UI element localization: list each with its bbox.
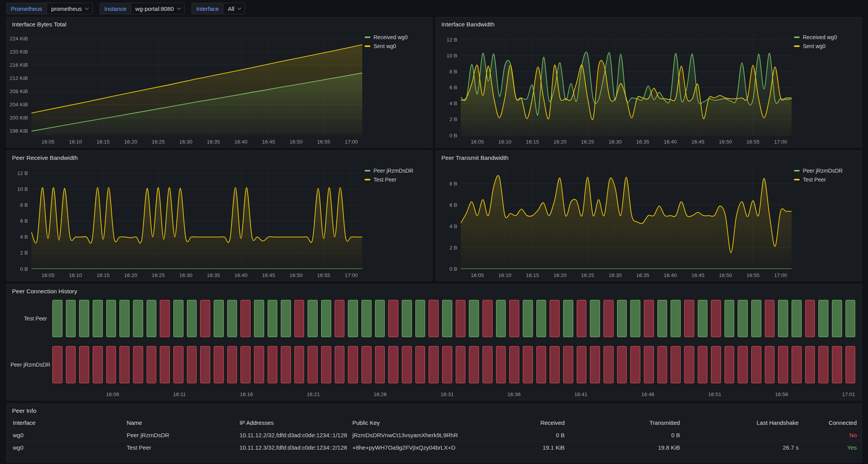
status-bar (482, 346, 493, 383)
table-cell: wg0 (7, 429, 122, 441)
status-bar (523, 300, 533, 337)
column-header[interactable]: Public Key (348, 417, 460, 429)
status-bar (563, 300, 573, 337)
svg-text:16:45: 16:45 (262, 139, 275, 145)
panel-title[interactable]: Peer Info (12, 407, 36, 414)
column-header[interactable]: IP Addresses (235, 417, 348, 429)
svg-text:16:10: 16:10 (69, 272, 82, 278)
panel-title[interactable]: Interface Bytes Total (12, 21, 66, 28)
panel-title[interactable]: Peer Receive Bandwidth (12, 154, 78, 161)
legend-item[interactable]: Received wg0 (794, 34, 859, 40)
svg-text:0 B: 0 B (20, 266, 28, 272)
status-lane (52, 300, 855, 337)
status-bar (254, 346, 264, 383)
svg-text:8 B: 8 B (450, 181, 457, 187)
svg-text:17:00: 17:00 (774, 139, 787, 145)
legend-series-label: Peer jRzmDsDR (373, 168, 413, 174)
status-bar (778, 300, 788, 337)
legend-item[interactable]: Sent wg0 (794, 43, 859, 49)
x-tick-label: 16:41 (574, 391, 588, 397)
status-bar (509, 346, 519, 383)
svg-text:16:25: 16:25 (581, 272, 594, 278)
status-bar (698, 300, 708, 337)
status-bar (456, 346, 466, 383)
variable-dropdown-prometheus[interactable]: prometheus (47, 3, 93, 14)
chart-canvas: 0 B2 B4 B6 B8 B10 B12 B16:0516:1016:1516… (438, 29, 794, 146)
svg-text:16:05: 16:05 (41, 139, 55, 145)
legend-series-label: Peer jRzmDsDR (803, 168, 843, 174)
column-header[interactable]: Received (460, 417, 569, 429)
status-bar (160, 346, 170, 383)
status-bar (227, 300, 237, 337)
svg-text:16:50: 16:50 (290, 139, 303, 145)
legend-item[interactable]: Test Peer (794, 177, 859, 183)
status-bar (751, 300, 761, 337)
svg-text:16:25: 16:25 (152, 272, 165, 278)
svg-text:16:50: 16:50 (719, 272, 732, 278)
svg-text:16:50: 16:50 (290, 272, 303, 278)
status-bar (738, 346, 748, 383)
peer-info-table: InterfaceNameIP AddressesPublic KeyRecei… (7, 417, 861, 454)
legend-item[interactable]: Peer jRzmDsDR (794, 168, 859, 174)
svg-text:16:30: 16:30 (609, 139, 622, 145)
svg-text:17:00: 17:00 (345, 139, 358, 145)
svg-text:16:40: 16:40 (234, 139, 247, 145)
time-series-chart[interactable]: 0 B2 B4 B6 B8 B10 B12 B16:0516:1016:1516… (9, 162, 365, 280)
table-row: wg0Test Peer10.11.12.3/32,fdfd:d3ad:c0de… (7, 441, 861, 454)
panel-title[interactable]: Interface Bandwidth (441, 21, 495, 28)
svg-text:16:20: 16:20 (553, 272, 567, 278)
status-history-chart[interactable]: Test PeerPeer jRzmDsDR16:0616:1116:1616:… (7, 296, 861, 400)
svg-text:200 KiB: 200 KiB (10, 115, 28, 121)
column-header[interactable]: Last Handshake (685, 417, 803, 429)
legend-series-label: Test Peer (373, 177, 396, 183)
x-tick-label: 16:16 (240, 391, 253, 397)
panel-peer-receive-bandwidth: Peer Receive Bandwidth 0 B2 B4 B6 B8 B10… (6, 151, 432, 281)
x-tick-label: 16:51 (708, 391, 721, 397)
time-series-chart[interactable]: 0 B2 B4 B6 B8 B10 B12 B16:0516:1016:1516… (438, 29, 794, 146)
legend-item[interactable]: Sent wg0 (365, 43, 430, 49)
status-bar (590, 300, 600, 337)
panel-title[interactable]: Peer Transmit Bandwidth (441, 154, 508, 161)
time-series-chart[interactable]: 196 KiB200 KiB204 KiB208 KiB212 KiB216 K… (9, 29, 365, 146)
column-header[interactable]: Connected (803, 417, 861, 429)
status-bar (644, 346, 654, 383)
column-header[interactable]: Transmitted (569, 417, 685, 429)
status-bar (577, 300, 587, 337)
status-bar (496, 300, 506, 337)
column-header[interactable]: Interface (7, 417, 122, 429)
legend-item[interactable]: Test Peer (365, 177, 430, 183)
variable-dropdown-interface[interactable]: All (223, 3, 245, 14)
variable-dropdown-instance[interactable]: wg-portal:8080 (131, 3, 185, 14)
x-tick-label: 16:31 (441, 391, 454, 397)
svg-text:16:10: 16:10 (498, 139, 512, 145)
variable-value: prometheus (51, 5, 82, 12)
status-bar (119, 300, 130, 337)
column-header[interactable]: Name (122, 417, 235, 429)
table-cell: wg0 (7, 441, 122, 454)
legend-item[interactable]: Received wg0 (365, 34, 430, 40)
chevron-down-icon (85, 6, 89, 10)
time-series-chart[interactable]: 0 B2 B4 B6 B8 B16:0516:1016:1516:2016:25… (438, 162, 794, 280)
status-bar (187, 300, 197, 337)
status-bar (187, 346, 197, 383)
status-bar (671, 300, 681, 337)
svg-text:16:30: 16:30 (179, 139, 192, 145)
table-header-row: InterfaceNameIP AddressesPublic KeyRecei… (7, 417, 861, 429)
status-bar (308, 300, 318, 337)
legend-item[interactable]: Peer jRzmDsDR (365, 168, 430, 174)
status-bar (429, 300, 439, 337)
status-bar (657, 300, 667, 337)
svg-text:16:20: 16:20 (553, 139, 567, 145)
status-bar (93, 346, 103, 383)
status-bar (66, 300, 76, 337)
svg-text:16:55: 16:55 (317, 272, 330, 278)
svg-text:2 B: 2 B (450, 116, 457, 122)
svg-text:16:35: 16:35 (636, 272, 649, 278)
panel-title[interactable]: Peer Connection History (12, 288, 77, 295)
x-tick-label: 16:21 (307, 391, 320, 397)
svg-text:10 B: 10 B (17, 186, 28, 192)
table-cell: 19.1 KiB (460, 441, 569, 454)
svg-text:6 B: 6 B (20, 218, 28, 224)
status-bar (214, 346, 224, 383)
svg-text:8 B: 8 B (450, 69, 457, 74)
